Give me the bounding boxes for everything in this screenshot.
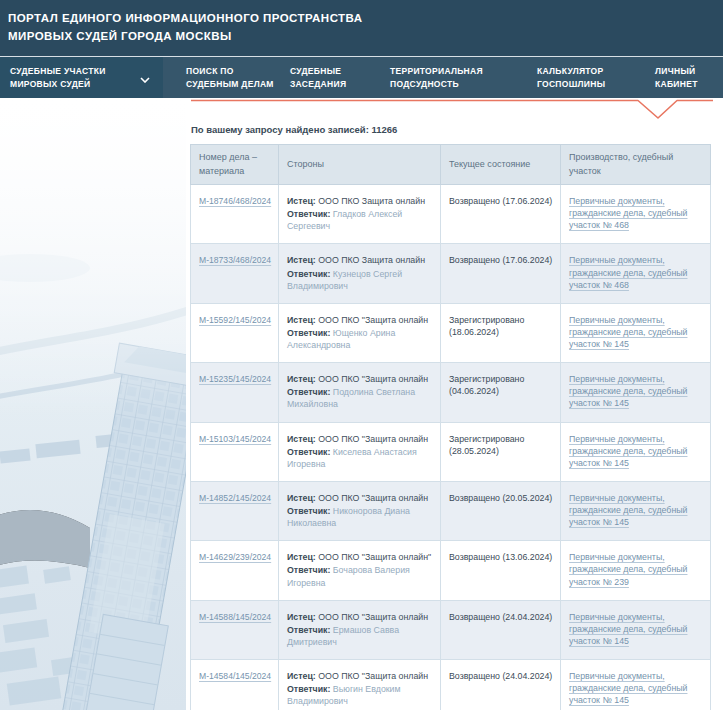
plaintiff-label: Истец: <box>287 374 316 384</box>
production-link[interactable]: Первичные документы, гражданские дела, с… <box>569 255 687 289</box>
plaintiff-label: Истец: <box>287 434 316 444</box>
parties-cell: Истец: ООО ПКО Защита онлайн Ответчик: Г… <box>279 185 441 244</box>
case-number-cell: М-14629/239/2024 <box>191 541 279 600</box>
chevron-down-icon <box>140 74 150 87</box>
case-number-cell: М-14588/145/2024 <box>191 600 279 659</box>
plaintiff-name: ООО ПКО Защита онлайн <box>318 196 425 206</box>
case-status: Возвращено (17.06.2024) <box>441 185 561 244</box>
case-number-cell: М-15103/145/2024 <box>191 422 279 481</box>
parties-cell: Истец: ООО ПКО "Защита онлайн Ответчик: … <box>279 660 441 710</box>
production-cell: Первичные документы, гражданские дела, с… <box>561 185 711 244</box>
site-header: ПОРТАЛ ЕДИНОГО ИНФОРМАЦИОННОГО ПРОСТРАНС… <box>0 0 723 56</box>
nav-item-personal-cabinet[interactable]: ЛИЧНЫЙ КАБИНЕТ <box>655 57 698 98</box>
plaintiff-name: ООО ПКО "Защита онлайн <box>318 612 428 622</box>
production-cell: Первичные документы, гражданские дела, с… <box>561 422 711 481</box>
case-number-cell: М-18733/468/2024 <box>191 244 279 303</box>
production-link[interactable]: Первичные документы, гражданские дела, с… <box>569 196 687 230</box>
table-row: М-18746/468/2024 Истец: ООО ПКО Защита о… <box>191 185 711 244</box>
nav-item-label: СУДЕБНЫЕ УЧАСТКИ МИРОВЫХ СУДЕЙ <box>10 65 106 91</box>
case-number-cell: М-15592/145/2024 <box>191 303 279 362</box>
table-row: М-15592/145/2024 Истец: ООО ПКО "Защита … <box>191 303 711 362</box>
nav-item-court-sessions[interactable]: СУДЕБНЫЕ ЗАСЕДАНИЯ <box>290 57 346 98</box>
table-row: М-15235/145/2024 Истец: ООО ПКО "Защита … <box>191 363 711 422</box>
case-number-cell: М-14852/145/2024 <box>191 481 279 540</box>
production-link[interactable]: Первичные документы, гражданские дела, с… <box>569 552 687 586</box>
production-link[interactable]: Первичные документы, гражданские дела, с… <box>569 374 687 408</box>
table-row: М-15103/145/2024 Истец: ООО ПКО "Защита … <box>191 422 711 481</box>
parties-cell: Истец: ООО ПКО "Защита онлайн Ответчик: … <box>279 422 441 481</box>
cases-table: Номер дела – материала Стороны Текущее с… <box>190 144 711 710</box>
production-cell: Первичные документы, гражданские дела, с… <box>561 541 711 600</box>
case-status: Возвращено (24.04.2024) <box>441 600 561 659</box>
case-number-link[interactable]: М-15103/145/2024 <box>199 434 271 444</box>
defendant-label: Ответчик: <box>287 565 330 575</box>
parties-cell: Истец: ООО ПКО "Защита онлайн Ответчик: … <box>279 481 441 540</box>
production-link[interactable]: Первичные документы, гражданские дела, с… <box>569 315 687 349</box>
plaintiff-name: ООО ПКО "Защита онлайн <box>318 671 428 681</box>
table-row: М-14588/145/2024 Истец: ООО ПКО "Защита … <box>191 600 711 659</box>
production-cell: Первичные документы, гражданские дела, с… <box>561 600 711 659</box>
sidebar-city-photo <box>0 98 186 710</box>
city-aerial-image <box>0 98 186 710</box>
case-number-cell: М-15235/145/2024 <box>191 363 279 422</box>
active-tab-pointer-line <box>186 98 723 126</box>
plaintiff-name: ООО ПКО "Защита онлайн <box>318 493 428 503</box>
search-results-panel: По вашему запросу найдено записей: 11266… <box>186 98 723 710</box>
nav-item-label: СУДЕБНЫЕ ЗАСЕДАНИЯ <box>290 65 346 91</box>
case-number-link[interactable]: М-14852/145/2024 <box>199 493 271 503</box>
plaintiff-name: ООО ПКО "Защита онлайн <box>318 434 428 444</box>
case-number-link[interactable]: М-14584/145/2024 <box>199 671 271 681</box>
nav-item-label: ТЕРРИТОРИАЛЬНАЯ ПОДСУДНОСТЬ <box>390 65 483 91</box>
nav-item-case-search[interactable]: ПОИСК ПО СУДЕБНЫМ ДЕЛАМ <box>186 57 274 98</box>
production-cell: Первичные документы, гражданские дела, с… <box>561 363 711 422</box>
defendant-label: Ответчик: <box>287 684 330 694</box>
production-link[interactable]: Первичные документы, гражданские дела, с… <box>569 493 687 527</box>
column-header-case-number: Номер дела – материала <box>191 145 279 185</box>
case-number-link[interactable]: М-18746/468/2024 <box>199 196 271 206</box>
main-navigation: СУДЕБНЫЕ УЧАСТКИ МИРОВЫХ СУДЕЙ ПОИСК ПО … <box>0 56 723 98</box>
page-title: ПОРТАЛ ЕДИНОГО ИНФОРМАЦИОННОГО ПРОСТРАНС… <box>0 0 723 46</box>
production-link[interactable]: Первичные документы, гражданские дела, с… <box>569 434 687 468</box>
nav-item-fee-calculator[interactable]: КАЛЬКУЛЯТОР ГОСПОШЛИНЫ <box>537 57 605 98</box>
table-header-row: Номер дела – материала Стороны Текущее с… <box>191 145 711 185</box>
column-header-parties: Стороны <box>279 145 441 185</box>
column-header-production: Производство, судебный участок <box>561 145 711 185</box>
plaintiff-name: ООО ПКО "Защита онлайн <box>318 315 428 325</box>
nav-item-label: ЛИЧНЫЙ КАБИНЕТ <box>655 65 698 91</box>
case-number-link[interactable]: М-15235/145/2024 <box>199 374 271 384</box>
case-status: Возвращено (13.06.2024) <box>441 541 561 600</box>
case-table-body: М-18746/468/2024 Истец: ООО ПКО Защита о… <box>191 185 711 710</box>
table-row: М-14584/145/2024 Истец: ООО ПКО "Защита … <box>191 660 711 710</box>
production-cell: Первичные документы, гражданские дела, с… <box>561 481 711 540</box>
nav-item-territorial-jurisdiction[interactable]: ТЕРРИТОРИАЛЬНАЯ ПОДСУДНОСТЬ <box>390 57 483 98</box>
defendant-label: Ответчик: <box>287 625 330 635</box>
plaintiff-name: ООО ПКО "Защита онлайн" <box>318 552 431 562</box>
case-number-cell: М-14584/145/2024 <box>191 660 279 710</box>
case-status: Возвращено (17.06.2024) <box>441 244 561 303</box>
parties-cell: Истец: ООО ПКО "Защита онлайн Ответчик: … <box>279 363 441 422</box>
production-cell: Первичные документы, гражданские дела, с… <box>561 244 711 303</box>
page-title-line1: ПОРТАЛ ЕДИНОГО ИНФОРМАЦИОННОГО ПРОСТРАНС… <box>8 9 723 27</box>
plaintiff-name: ООО ПКО Защита онлайн <box>318 255 425 265</box>
production-cell: Первичные документы, гражданские дела, с… <box>561 660 711 710</box>
table-row: М-18733/468/2024 Истец: ООО ПКО Защита о… <box>191 244 711 303</box>
parties-cell: Истец: ООО ПКО Защита онлайн Ответчик: К… <box>279 244 441 303</box>
table-row: М-14852/145/2024 Истец: ООО ПКО "Защита … <box>191 481 711 540</box>
production-link[interactable]: Первичные документы, гражданские дела, с… <box>569 612 687 646</box>
case-number-link[interactable]: М-18733/468/2024 <box>199 255 271 265</box>
production-cell: Первичные документы, гражданские дела, с… <box>561 303 711 362</box>
case-number-link[interactable]: М-14588/145/2024 <box>199 612 271 622</box>
parties-cell: Истец: ООО ПКО "Защита онлайн" Ответчик:… <box>279 541 441 600</box>
plaintiff-label: Истец: <box>287 612 316 622</box>
case-number-link[interactable]: М-15592/145/2024 <box>199 315 271 325</box>
defendant-label: Ответчик: <box>287 447 330 457</box>
case-number-link[interactable]: М-14629/239/2024 <box>199 552 271 562</box>
parties-cell: Истец: ООО ПКО "Защита онлайн Ответчик: … <box>279 600 441 659</box>
plaintiff-label: Истец: <box>287 671 316 681</box>
defendant-label: Ответчик: <box>287 328 330 338</box>
case-status: Зарегистрировано (18.06.2024) <box>441 303 561 362</box>
nav-item-court-districts[interactable]: СУДЕБНЫЕ УЧАСТКИ МИРОВЫХ СУДЕЙ <box>0 57 163 98</box>
column-header-status: Текущее состояние <box>441 145 561 185</box>
plaintiff-label: Истец: <box>287 315 316 325</box>
production-link[interactable]: Первичные документы, гражданские дела, с… <box>569 671 687 705</box>
